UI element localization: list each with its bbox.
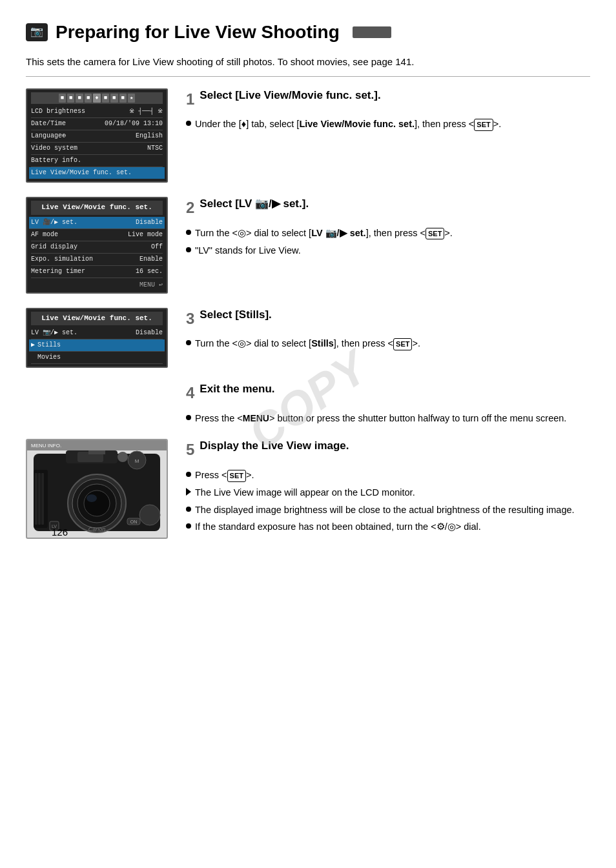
step-5-bullets: Press <SET>. The Live View image will ap… [186,469,590,534]
svg-text:M: M [135,458,139,464]
step-1-text: 1 Select [Live View/Movie func. set.]. U… [186,88,590,187]
svg-rect-3 [88,450,105,454]
step-3-block: Live View/Movie func. set. LV 📷/▶ set.Di… [26,308,590,372]
svg-point-11 [87,494,97,502]
step-1-title: Select [Live View/Movie func. set.]. [200,88,380,103]
bullet-dot [186,415,191,420]
camera-icon: 📷 [26,23,48,41]
step-5-bullet-3: The displayed image brightness will be c… [186,503,590,518]
step-1-image: ■ ■ ■ ■ ♦ ■ ■ ■ ★ LCD brightness※ ┤──┤ ※… [26,88,174,187]
svg-text:ON: ON [130,520,138,524]
step-number-2: 2 [186,197,194,219]
step-3-bullet-1: Turn the <◎> dial to select [Stills], th… [186,337,590,351]
svg-rect-14 [38,473,41,525]
step-5-block: MENU INFO. M [26,439,590,539]
step-5-title: Display the Live View image. [200,439,349,453]
bullet-dot [186,121,191,126]
lcd-screen-3: Live View/Movie func. set. LV 📷/▶ set.Di… [26,308,168,368]
lcd-tabs-1: ■ ■ ■ ■ ♦ ■ ■ ■ ★ [31,92,163,105]
step-3-bullets: Turn the <◎> dial to select [Stills], th… [186,337,590,351]
bullet-dot [186,507,191,512]
step-number-4: 4 [186,382,194,404]
divider [26,76,590,77]
lcd-screen-2: Live View/Movie func. set. LV 🎥/▶ set.Di… [26,197,168,293]
step-number-5: 5 [186,439,194,461]
svg-point-10 [84,490,110,516]
step-4-bullets: Press the <MENU> button or press the shu… [186,412,590,426]
step-5-bullet-4: If the standard exposure has not been ob… [186,520,590,534]
camera-top-bar: MENU INFO. [27,440,167,450]
bullet-dot [186,472,191,477]
step-2-bullet-1: Turn the <◎> dial to select [LV 📷/▶ set.… [186,227,590,241]
camera-svg: M Canon [27,450,167,537]
step-1-bullets: Under the [♦] tab, select [Live View/Mov… [186,117,590,132]
step-4-text: 4 Exit the menu. Press the <MENU> button… [186,382,590,429]
step-3-title: Select [Stills]. [200,308,271,322]
step-number-3: 3 [186,308,194,330]
svg-text:Canon: Canon [88,526,106,532]
step-2-text: 2 Select [LV 📷/▶ set.]. Turn the <◎> dia… [186,197,590,297]
bullet-arrow [186,488,191,496]
step-2-image: Live View/Movie func. set. LV 🎥/▶ set.Di… [26,197,174,297]
svg-rect-15 [41,473,44,525]
intro-text: This sets the camera for Live View shoot… [26,55,590,70]
step-number-1: 1 [186,88,194,110]
lcd-screen-1: ■ ■ ■ ■ ♦ ■ ■ ■ ★ LCD brightness※ ┤──┤ ※… [26,88,168,183]
step-5-text: 5 Display the Live View image. Press <SE… [186,439,590,539]
step-5-image: MENU INFO. M [26,439,174,539]
bullet-dot [186,247,191,252]
camera-display: MENU INFO. M [26,439,168,539]
step-3-area: COPY Live View/Movie func. set. LV 📷/▶ s… [26,308,590,540]
step-4-bullet-1: Press the <MENU> button or press the shu… [186,412,590,426]
step-5-bullet-1: Press <SET>. [186,469,590,483]
page-title: 📷 Preparing for Live View Shooting [26,19,590,45]
svg-rect-13 [35,473,37,525]
step-4-title: Exit the menu. [200,382,274,396]
bullet-dot [186,340,191,345]
step-2-title: Select [LV 📷/▶ set.]. [200,197,309,211]
step-1-block: ■ ■ ■ ■ ♦ ■ ■ ■ ★ LCD brightness※ ┤──┤ ※… [26,88,590,187]
bullet-dot [186,230,191,235]
step-4-block: 4 Exit the menu. Press the <MENU> button… [26,382,590,429]
step-2-bullet-2: "LV" stands for Live View. [186,244,590,258]
bullet-dot [186,523,191,529]
step-2-bullets: Turn the <◎> dial to select [LV 📷/▶ set.… [186,227,590,258]
step-3-image: Live View/Movie func. set. LV 📷/▶ set.Di… [26,308,174,372]
title-bar-decoration [353,26,391,38]
step-2-block: Live View/Movie func. set. LV 🎥/▶ set.Di… [26,197,590,297]
svg-point-17 [139,505,160,525]
step-4-image-placeholder [26,382,174,429]
page-number: 126 [52,525,68,539]
step-1-bullet-1: Under the [♦] tab, select [Live View/Mov… [186,117,590,132]
svg-point-6 [118,452,128,462]
step-5-bullet-2: The Live View image will appear on the L… [186,486,590,500]
step-3-text: 3 Select [Stills]. Turn the <◎> dial to … [186,308,590,372]
